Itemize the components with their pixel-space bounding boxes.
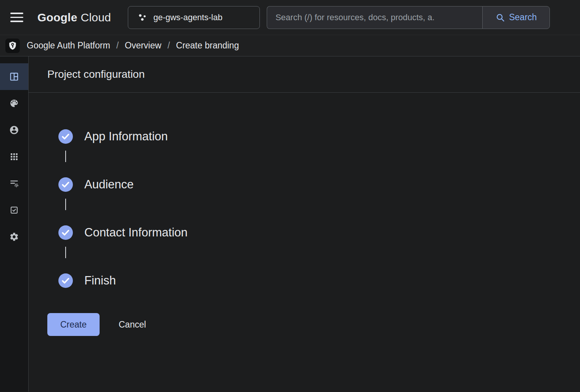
breadcrumb-item-google-auth-platform[interactable]: Google Auth Platform — [27, 40, 110, 51]
checkbox-icon — [10, 206, 19, 215]
step-label: Audience — [84, 178, 134, 191]
search-group: Search — [267, 6, 550, 29]
step-check-icon — [58, 225, 73, 240]
create-button[interactable]: Create — [47, 313, 100, 336]
top-bar: Google Cloud ge-gws-agents-lab Search — [0, 0, 580, 35]
project-icon — [137, 13, 147, 22]
step-audience[interactable]: Audience — [47, 177, 580, 192]
list-gear-icon — [9, 178, 19, 188]
step-connector — [65, 199, 66, 210]
sidebar-item-clients[interactable] — [0, 143, 28, 170]
dashboard-icon — [9, 72, 19, 82]
apps-grid-icon — [10, 152, 19, 161]
palette-icon — [9, 98, 19, 108]
sidebar-item-verification-center[interactable] — [0, 197, 28, 223]
auth-platform-shield-key-icon — [5, 39, 20, 53]
sidebar-item-data-access[interactable] — [0, 170, 28, 197]
project-name: ge-gws-agents-lab — [153, 13, 222, 22]
step-check-icon — [58, 273, 73, 288]
search-icon — [495, 13, 505, 22]
breadcrumb-separator: / — [168, 40, 170, 51]
sidebar-item-audience[interactable] — [0, 117, 28, 143]
breadcrumb-item-create-branding[interactable]: Create branding — [176, 40, 239, 51]
step-check-icon — [58, 129, 73, 144]
logo-cloud: Cloud — [81, 11, 111, 24]
gear-icon — [9, 232, 19, 242]
step-check-icon — [58, 177, 73, 192]
search-button-label: Search — [509, 12, 537, 22]
page-header: Project configuration — [29, 56, 580, 93]
step-app-information[interactable]: App Information — [47, 129, 580, 144]
stepper: App Information Audience — [29, 93, 580, 288]
left-sidebar — [0, 56, 29, 392]
step-label: Finish — [84, 274, 116, 288]
main-content: Project configuration App Information — [29, 56, 580, 392]
sidebar-item-branding[interactable] — [0, 90, 28, 117]
step-finish[interactable]: Finish — [47, 273, 580, 288]
breadcrumb: Google Auth Platform / Overview / Create… — [0, 35, 580, 56]
form-actions: Create Cancel — [29, 288, 580, 336]
cancel-button[interactable]: Cancel — [116, 316, 148, 334]
project-selector[interactable]: ge-gws-agents-lab — [128, 6, 260, 29]
step-label: App Information — [84, 130, 168, 143]
breadcrumb-item-overview[interactable]: Overview — [125, 40, 161, 51]
page-title: Project configuration — [47, 68, 145, 80]
breadcrumb-separator: / — [116, 40, 119, 51]
step-label: Contact Information — [84, 226, 188, 239]
step-connector — [65, 247, 66, 258]
step-connector — [65, 151, 66, 162]
step-contact-information[interactable]: Contact Information — [47, 225, 580, 240]
person-icon — [9, 125, 19, 135]
search-input[interactable] — [267, 6, 482, 29]
logo-google: Google — [37, 11, 77, 24]
search-button[interactable]: Search — [482, 6, 550, 29]
sidebar-item-overview[interactable] — [0, 63, 28, 90]
sidebar-item-settings[interactable] — [0, 223, 28, 250]
google-cloud-logo[interactable]: Google Cloud — [37, 11, 111, 24]
menu-icon[interactable] — [5, 6, 28, 29]
